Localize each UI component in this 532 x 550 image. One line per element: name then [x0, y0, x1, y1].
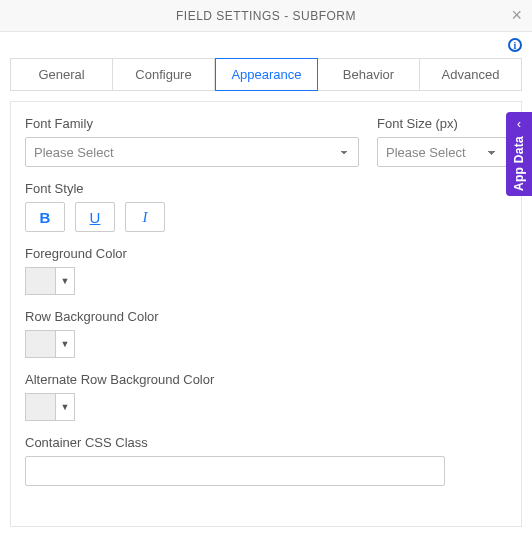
input-container-css-class[interactable] — [25, 456, 445, 486]
chevron-down-icon: ▼ — [56, 394, 74, 420]
appearance-panel: Font Family Please Select Font Size (px)… — [10, 101, 522, 527]
chevron-down-icon: ▼ — [56, 268, 74, 294]
field-font-size: Font Size (px) Please Select — [377, 116, 507, 167]
underline-button[interactable]: U — [75, 202, 115, 232]
color-swatch — [26, 394, 56, 420]
select-font-family[interactable]: Please Select — [25, 137, 359, 167]
label-foreground-color: Foreground Color — [25, 246, 507, 261]
dialog-title: FIELD SETTINGS - SUBFORM — [176, 9, 356, 23]
field-row-bg-color: Row Background Color ▼ — [25, 309, 507, 358]
info-icon[interactable]: i — [508, 38, 522, 52]
colorpicker-foreground[interactable]: ▼ — [25, 267, 75, 295]
field-foreground-color: Foreground Color ▼ — [25, 246, 507, 295]
label-font-style: Font Style — [25, 181, 507, 196]
tab-label: Advanced — [442, 67, 500, 82]
field-alt-row-bg-color: Alternate Row Background Color ▼ — [25, 372, 507, 421]
colorpicker-row-bg[interactable]: ▼ — [25, 330, 75, 358]
side-tab-app-data[interactable]: ‹ App Data — [506, 112, 532, 196]
font-style-buttons: B U I — [25, 202, 507, 232]
label-row-bg-color: Row Background Color — [25, 309, 507, 324]
label-alt-row-bg-color: Alternate Row Background Color — [25, 372, 507, 387]
italic-button[interactable]: I — [125, 202, 165, 232]
close-icon[interactable]: × — [511, 6, 522, 24]
tab-label: Appearance — [231, 67, 301, 82]
tab-label: Behavior — [343, 67, 394, 82]
tab-configure[interactable]: Configure — [113, 58, 215, 91]
info-row: i — [0, 32, 532, 58]
color-swatch — [26, 331, 56, 357]
tab-advanced[interactable]: Advanced — [420, 58, 522, 91]
select-font-size[interactable]: Please Select — [377, 137, 507, 167]
label-font-size: Font Size (px) — [377, 116, 507, 131]
tab-bar: General Configure Appearance Behavior Ad… — [0, 58, 532, 91]
label-container-css-class: Container CSS Class — [25, 435, 507, 450]
tab-label: Configure — [135, 67, 191, 82]
field-font-style: Font Style B U I — [25, 181, 507, 232]
label-font-family: Font Family — [25, 116, 359, 131]
colorpicker-alt-row-bg[interactable]: ▼ — [25, 393, 75, 421]
tab-appearance[interactable]: Appearance — [215, 58, 318, 91]
chevron-left-icon: ‹ — [517, 118, 521, 130]
dialog-header: FIELD SETTINGS - SUBFORM × — [0, 0, 532, 32]
tab-behavior[interactable]: Behavior — [318, 58, 420, 91]
field-font-family: Font Family Please Select — [25, 116, 359, 167]
color-swatch — [26, 268, 56, 294]
field-container-css-class: Container CSS Class — [25, 435, 507, 486]
tab-general[interactable]: General — [10, 58, 113, 91]
chevron-down-icon: ▼ — [56, 331, 74, 357]
tab-label: General — [38, 67, 84, 82]
bold-button[interactable]: B — [25, 202, 65, 232]
side-tab-label: App Data — [512, 136, 526, 191]
